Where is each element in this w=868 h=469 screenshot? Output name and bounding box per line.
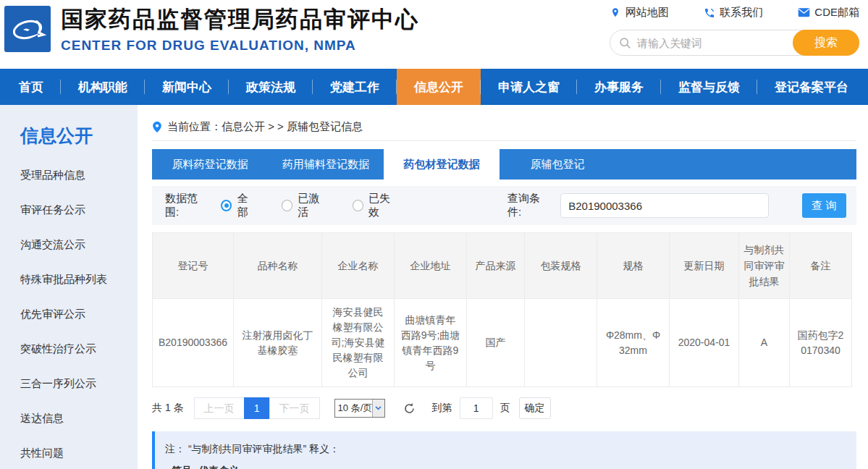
radio-all[interactable]: 全部 (221, 192, 257, 219)
search-button[interactable]: 搜索 (793, 30, 859, 56)
query-button[interactable]: 查 询 (802, 193, 846, 218)
query-label: 查询条件: (507, 192, 552, 219)
nav-item-functions[interactable]: 机构职能 (61, 69, 145, 105)
pagination: 共 1 条 上一页 1 下一页 10 条/页 到第 页 (152, 397, 856, 419)
col-update-date: 更新日期 (670, 233, 739, 299)
site-title: 国家药品监督管理局药品审评中心 (61, 4, 419, 35)
cde-logo (4, 6, 51, 52)
site-titles: 国家药品监督管理局药品审评中心 CENTER FOR DRUG EVALUATI… (61, 4, 419, 54)
site-search: 搜索 (610, 30, 859, 56)
query-input[interactable] (560, 193, 769, 218)
cell-spec: Φ28mm、Φ32mm (597, 299, 670, 387)
sidebar-item-priority-review[interactable]: 优先审评公示 (0, 297, 138, 331)
contact-link[interactable]: 联系我们 (704, 6, 763, 20)
sidebar-item-accepted-varieties[interactable]: 受理品种信息 (0, 158, 138, 193)
chevron-down-icon (372, 400, 384, 417)
total-count: 共 1 条 (152, 402, 184, 415)
radio-expired-dot (353, 200, 363, 211)
cell-company-name: 海安县健民橡塑有限公司;海安县健民橡塑有限公司 (322, 299, 395, 387)
col-spec: 规格 (597, 233, 670, 299)
cell-remarks: 国药包字20170340 (790, 299, 852, 387)
radio-all-dot (221, 200, 232, 211)
col-variety-name: 品种名称 (234, 233, 322, 299)
sidebar-title: 信息公开 (0, 124, 138, 148)
goto-page-input[interactable] (460, 397, 493, 419)
cell-registration-no: B20190003366 (153, 299, 234, 387)
sidebar-item-common-issues[interactable]: 共性问题 (0, 436, 138, 469)
site-subtitle: CENTER FOR DRUG EVALUATION, NMPA (61, 38, 419, 54)
goto-page-label: 到第 (432, 402, 452, 415)
mailbox-link[interactable]: CDE邮箱 (798, 6, 859, 20)
nav-item-applicant[interactable]: 申请人之窗 (481, 69, 577, 105)
tab-api-data[interactable]: 原料药登记数据 (152, 149, 268, 179)
search-icon (619, 37, 631, 49)
breadcrumb-text: 当前位置：信息公开 > > 原辅包登记信息 (167, 120, 363, 134)
nav-item-info-disclosure[interactable]: 信息公开 (397, 69, 481, 105)
tab-excipients-data[interactable]: 药用辅料登记数据 (268, 149, 384, 179)
sidebar: 信息公开 受理品种信息 审评任务公示 沟通交流公示 特殊审批品种列表 优先审评公… (0, 105, 138, 469)
tab-raw-aux-pack[interactable]: 原辅包登记 (500, 149, 615, 179)
search-input[interactable] (637, 37, 793, 49)
main-content: 当前位置：信息公开 > > 原辅包登记信息 原料药登记数据 药用辅料登记数据 药… (138, 105, 868, 469)
envelope-icon (798, 7, 810, 18)
table-header-row: 登记号 品种名称 企业名称 企业地址 产品来源 包装规格 规格 更新日期 与制剂… (153, 233, 852, 299)
col-company-name: 企业名称 (322, 233, 395, 299)
nav-item-registration-platform[interactable]: 登记备案平台 (757, 69, 866, 105)
sitemap-link-label: 网站地图 (625, 6, 669, 20)
sidebar-item-review-tasks[interactable]: 审评任务公示 (0, 193, 138, 227)
cell-update-date: 2020-04-01 (670, 299, 739, 387)
body-row: 信息公开 受理品种信息 审评任务公示 沟通交流公示 特殊审批品种列表 优先审评公… (0, 105, 868, 469)
nav-item-home[interactable]: 首页 (1, 69, 61, 105)
nav-item-services[interactable]: 办事服务 (577, 69, 661, 105)
main-nav: 首页 机构职能 新闻中心 政策法规 党建工作 信息公开 申请人之窗 办事服务 监… (0, 69, 868, 105)
sidebar-item-communication[interactable]: 沟通交流公示 (0, 227, 138, 262)
radio-activated-dot (282, 200, 292, 211)
note-header-symbol: 符号 (165, 462, 198, 469)
cell-packaging-spec (525, 299, 597, 387)
prev-page-button[interactable]: 上一页 (194, 397, 245, 419)
confirm-button[interactable]: 确定 (519, 397, 551, 419)
data-tabs: 原料药登记数据 药用辅料登记数据 药包材登记数据 原辅包登记 (152, 149, 856, 179)
nav-item-policy[interactable]: 政策法规 (229, 69, 313, 105)
nav-item-party[interactable]: 党建工作 (313, 69, 397, 105)
page-number-button[interactable]: 1 (244, 397, 270, 419)
radio-activated[interactable]: 已激活 (282, 192, 328, 219)
col-product-source: 产品来源 (467, 233, 525, 299)
col-remarks: 备注 (790, 233, 852, 299)
radio-expired-label: 已失效 (368, 192, 399, 219)
registration-table: 登记号 品种名称 企业名称 企业地址 产品来源 包装规格 规格 更新日期 与制剂… (152, 232, 852, 387)
breadcrumb: 当前位置：信息公开 > > 原辅包登记信息 (152, 105, 856, 141)
sidebar-item-breakthrough-therapy[interactable]: 突破性治疗公示 (0, 331, 138, 366)
note-header: 符号 代表含义 (165, 462, 843, 469)
radio-expired[interactable]: 已失效 (353, 192, 399, 219)
sidebar-item-special-approval[interactable]: 特殊审批品种列表 (0, 262, 138, 297)
sidebar-item-delivery-info[interactable]: 送达信息 (0, 401, 138, 436)
radio-activated-label: 已激活 (298, 192, 328, 219)
table-row: B20190003366 注射液用卤化丁基橡胶塞 海安县健民橡塑有限公司;海安县… (153, 299, 852, 387)
page-size-value: 10 条/页 (335, 402, 373, 415)
cde-logo-icon (9, 10, 46, 48)
header-right: 网站地图 联系我们 CDE邮箱 搜索 (610, 6, 859, 56)
sidebar-item-three-in-one[interactable]: 三合一序列公示 (0, 366, 138, 401)
next-page-button[interactable]: 下一页 (269, 397, 320, 419)
location-pin-icon (610, 7, 621, 19)
refresh-icon[interactable] (403, 402, 416, 415)
col-joint-review-result: 与制剂共同审评审批结果 (739, 233, 790, 299)
radio-all-label: 全部 (237, 192, 257, 219)
col-packaging-spec: 包装规格 (525, 233, 597, 299)
contact-link-label: 联系我们 (720, 6, 763, 20)
note-header-meaning: 代表含义 (198, 462, 239, 469)
mailbox-link-label: CDE邮箱 (814, 6, 859, 20)
cde-portal-page: 国家药品监督管理局药品审评中心 CENTER FOR DRUG EVALUATI… (0, 0, 868, 469)
nav-item-supervision[interactable]: 监督与反馈 (661, 69, 757, 105)
filter-bar: 数据范围: 全部 已激活 已失效 查询条件: (152, 186, 856, 225)
page-size-select[interactable]: 10 条/页 (334, 399, 385, 418)
cell-product-source: 国产 (467, 299, 525, 387)
page-buttons: 上一页 1 下一页 (194, 397, 320, 419)
phone-icon (704, 7, 715, 19)
sitemap-link[interactable]: 网站地图 (610, 6, 669, 20)
nav-item-news[interactable]: 新闻中心 (145, 69, 229, 105)
tab-packaging-data[interactable]: 药包材登记数据 (384, 149, 500, 179)
cell-company-address: 曲塘镇青年西路9号;曲塘镇青年西路9号 (395, 299, 467, 387)
goto-page-unit: 页 (500, 402, 510, 415)
